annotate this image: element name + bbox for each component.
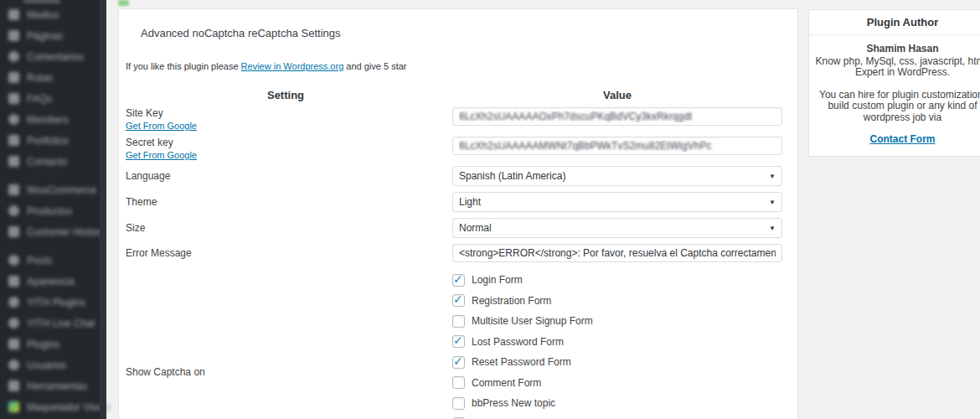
language-label: Language [126, 170, 170, 182]
plugin-author-box: Plugin Author Shamim Hasan Know php, MyS… [808, 9, 980, 157]
sidebar-item-label: Productos [27, 205, 72, 217]
sidebar-item-pages[interactable]: Páginas [0, 25, 106, 46]
sidebar-item-label: Rutas [27, 72, 53, 84]
sidebar-item-posts[interactable]: Posts [0, 250, 106, 271]
sidebar-item-products[interactable]: Productos [0, 200, 106, 221]
users-icon [8, 360, 19, 370]
site-key-input[interactable] [452, 107, 782, 126]
visual-composer-icon [8, 401, 19, 412]
notice-green-sliver [118, 0, 129, 6]
login-form-checkbox[interactable] [452, 274, 465, 287]
checkbox-row: Registration Form [452, 295, 782, 307]
sidebar-item-label: Apariencia [27, 276, 75, 287]
sidebar-item-yith-plugins[interactable]: YITH Plugins [0, 292, 106, 313]
sidebar-item-label: YITH Plugins [27, 297, 85, 308]
checkbox-row: Multisite User Signup Form [452, 315, 782, 327]
tools-icon [8, 380, 19, 391]
author-hire-text: You can hire for plugin customization, b… [814, 90, 980, 124]
sidebar-item-customer-history[interactable]: Customer History [0, 221, 106, 242]
checkbox-row: Lost Password Form [452, 336, 782, 348]
sidebar-item-members[interactable]: Members [0, 109, 106, 130]
contact-form-link[interactable]: Contact Form [814, 134, 980, 146]
admin-sidebar: Medios Páginas Comentarios Rutas FAQs Me… [0, 0, 106, 419]
table-row: Language Spanish (Latin America) ▼ [119, 166, 797, 186]
table-row: Site Key Get From Google [119, 107, 797, 131]
site-key-get-from-google-link[interactable]: Get From Google [126, 121, 197, 131]
settings-panel: Advanced noCaptcha reCaptcha Settings If… [118, 8, 798, 419]
table-header-row: Setting Value [119, 89, 797, 101]
appearance-icon [8, 276, 19, 287]
show-captcha-on-label: Show Captcha on [126, 366, 452, 378]
media-icon [8, 9, 19, 20]
page-title: Advanced noCaptcha reCaptcha Settings [119, 9, 797, 39]
registration-form-checkbox[interactable] [452, 294, 465, 307]
sidebar-item-yith-live-chat[interactable]: YITH Live Chat [0, 313, 106, 334]
column-header-value: Value [452, 89, 782, 101]
chevron-down-icon: ▼ [769, 199, 776, 206]
sidebar-item-plugins[interactable]: Plugins [0, 334, 106, 354]
review-link[interactable]: Review in Wordpress.org [241, 61, 344, 71]
chevron-down-icon: ▼ [769, 225, 776, 232]
sidebar-item-faqs[interactable]: FAQs [0, 88, 106, 109]
error-message-input[interactable] [452, 244, 782, 262]
column-header-setting: Setting [119, 89, 452, 101]
sidebar-item-label: Páginas [27, 30, 63, 42]
review-suffix: and give 5 star [343, 61, 406, 71]
checkbox-row: Reset Password Form [452, 356, 782, 368]
secret-key-get-from-google-link[interactable]: Get From Google [126, 150, 197, 160]
sidebar-item-label: Comentarios [27, 51, 84, 63]
sidebar-item-media[interactable]: Medios [0, 4, 106, 25]
table-row: Secret key Get From Google [119, 137, 797, 160]
comments-icon [8, 51, 19, 62]
products-icon [8, 205, 19, 216]
bbpress-new-topic-checkbox[interactable] [452, 397, 465, 410]
sidebar-item-label: YITH Live Chat [27, 318, 95, 329]
plugin-author-title: Plugin Author [809, 10, 980, 35]
checkbox-label: bbPress New topic [472, 397, 555, 409]
language-selected-value: Spanish (Latin America) [459, 170, 565, 182]
sidebar-item-tools[interactable]: Herramientas [0, 375, 106, 396]
sidebar-item-visual-composer[interactable]: Maquetador Visual [0, 396, 106, 417]
sidebar-item-woocommerce[interactable]: WooCommerce [0, 179, 106, 200]
review-request-line: If you like this plugin please Review in… [126, 61, 797, 71]
sidebar-item-label: FAQs [27, 93, 52, 105]
sidebar-item-portfolios[interactable]: Portfolios [0, 130, 106, 151]
sidebar-item-label: Members [27, 114, 69, 126]
sidebar-item-label: Usuarios [27, 360, 66, 371]
customer-history-icon [8, 226, 19, 237]
sidebar-item-label: Customer History [27, 226, 105, 238]
theme-select[interactable]: Light ▼ [452, 192, 782, 212]
review-prefix: If you like this plugin please [126, 61, 241, 71]
reset-password-form-checkbox[interactable] [452, 356, 465, 369]
secret-key-input[interactable] [452, 137, 782, 155]
sidebar-item-routes[interactable]: Rutas [0, 67, 106, 88]
author-name: Shamim Hasan [814, 44, 980, 55]
comment-form-checkbox[interactable] [452, 376, 465, 389]
plugins-icon [8, 339, 19, 349]
sidebar-item-label: Portfolios [27, 135, 69, 147]
sidebar-item-contact[interactable]: Contacto [0, 151, 106, 172]
multisite-user-signup-form-checkbox[interactable] [452, 315, 465, 328]
sidebar-scrollbar[interactable] [100, 0, 106, 419]
lost-password-form-checkbox[interactable] [452, 335, 465, 348]
sidebar-item-appearance[interactable]: Apariencia [0, 271, 106, 292]
sidebar-item-users[interactable]: Usuarios [0, 354, 106, 375]
members-icon [8, 114, 19, 125]
error-message-label: Error Message [126, 247, 192, 259]
sidebar-item-label: Contacto [27, 156, 67, 168]
sidebar-item-label: WooCommerce [27, 184, 96, 196]
table-row: Error Message [119, 244, 797, 262]
woocommerce-icon [8, 184, 19, 195]
checkbox-label: Lost Password Form [472, 336, 564, 348]
table-row: Size Normal ▼ [119, 218, 797, 238]
faqs-icon [8, 93, 19, 104]
table-row: Theme Light ▼ [119, 192, 797, 212]
sidebar-item-label: Maquetador Visual [27, 401, 111, 413]
posts-icon [8, 255, 19, 266]
checkbox-label: Registration Form [472, 295, 551, 307]
size-select[interactable]: Normal ▼ [452, 218, 782, 238]
language-select[interactable]: Spanish (Latin America) ▼ [452, 166, 782, 186]
pages-icon [8, 30, 19, 41]
sidebar-item-comments[interactable]: Comentarios [0, 46, 106, 67]
yith-plugins-icon [8, 297, 19, 308]
